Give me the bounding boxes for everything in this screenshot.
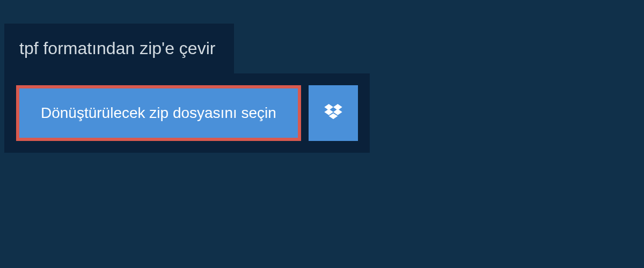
dropbox-button[interactable]: [309, 85, 358, 141]
page-title: tpf formatından zip'e çevir: [19, 39, 215, 58]
header-block: tpf formatından zip'e çevir: [4, 24, 234, 73]
upload-panel: Dönüştürülecek zip dosyasını seçin: [4, 73, 370, 153]
dropbox-icon: [324, 104, 342, 122]
select-file-button[interactable]: Dönüştürülecek zip dosyasını seçin: [16, 85, 301, 141]
select-file-label: Dönüştürülecek zip dosyasını seçin: [41, 105, 276, 122]
